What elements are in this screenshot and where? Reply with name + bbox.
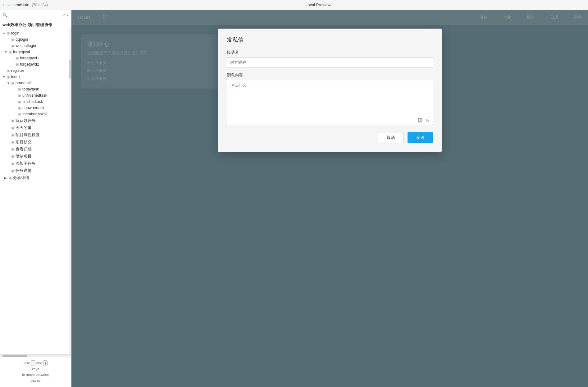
sidebar-item-label: 分享详情 (13, 175, 29, 181)
send-message-modal: 发私信 接受者 消息内容 🖼 ☺ 取消 发送 (218, 29, 442, 152)
page-icon: ▣ (16, 62, 19, 67)
sidebar-item-dairen[interactable]: ▣ 待认领任务 (0, 117, 69, 124)
modal-overlay: 发私信 接受者 消息内容 🖼 ☺ 取消 发送 (71, 10, 588, 387)
folder-icon: ▣ (11, 81, 14, 85)
sidebar-item-label: 添加子任务 (16, 161, 36, 166)
sidebar: 🔍 ‹ › web效率办公-项目管理协作 ▼ ▣ login (0, 10, 71, 387)
sidebar-item-forgetpwd[interactable]: ▼ ▣ forgetpwd (0, 49, 69, 55)
sidebar-item-label: wechatlogin (16, 44, 36, 48)
page-icon: ▣ (18, 87, 21, 91)
sidebar-item-label: index (11, 75, 21, 79)
main-layout: 🔍 ‹ › web效率办公-项目管理协作 ▼ ▣ login (0, 10, 588, 387)
message-textarea[interactable] (227, 80, 433, 125)
page-icon: ▣ (11, 44, 14, 48)
modal-actions: 取消 发送 (227, 132, 433, 143)
sidebar-horizontal-scrollbar[interactable] (0, 354, 71, 357)
modal-toolbar-icons: 🖼 ☺ (418, 118, 430, 123)
sidebar-item-todaytask[interactable]: ▣ todaytask (0, 86, 69, 92)
arrow-icon: ▼ (2, 32, 7, 35)
sidebar-item-renwuxq[interactable]: ▣ 任务详情 (0, 167, 69, 174)
search-icon: 🔍 (2, 13, 7, 17)
arrow-icon: ▼ (4, 50, 9, 54)
folder-icon: ▣ (7, 75, 10, 79)
sidebar-item-label: qqlogin (16, 37, 28, 42)
image-upload-icon[interactable]: 🖼 (418, 118, 423, 123)
arrow-icon: ▼ (7, 81, 11, 85)
sidebar-vertical-scrollbar[interactable] (69, 29, 71, 354)
page-icon: ▣ (18, 100, 21, 104)
sidebar-item-membertasks1[interactable]: ▣ membertasks1 (0, 111, 69, 117)
hint-line3: to move between (22, 373, 49, 376)
sidebar-bottom-hint: Use { and } keys to move between pages (0, 357, 71, 387)
sidebar-scrollbar-thumb (69, 60, 71, 79)
arrow-icon: ▶ (4, 176, 9, 180)
sidebar-item-label: forgetpwd1 (20, 56, 39, 60)
message-label: 消息内容 (227, 72, 433, 78)
cancel-button[interactable]: 取消 (378, 132, 404, 143)
hint-line2: keys (32, 367, 39, 371)
sidebar-item-qqlogin[interactable]: ▣ qqlogin (0, 36, 69, 43)
page-icon: ▣ (18, 106, 21, 110)
nav-next-arrow[interactable]: › (66, 12, 69, 18)
close-button[interactable]: × (2, 3, 5, 7)
recipient-input[interactable] (227, 57, 433, 67)
sidebar-search-bar: 🔍 ‹ › (0, 10, 71, 20)
emoji-icon[interactable]: ☺ (425, 118, 430, 123)
sidebar-item-label: prodetails (16, 81, 32, 85)
sidebar-item-guidan[interactable]: ▣ 查看归档 (0, 146, 69, 153)
hint-and: and (36, 361, 42, 365)
page-icon: ▣ (11, 140, 14, 144)
sidebar-item-fuzhi[interactable]: ▣ 复制项目 (0, 153, 69, 160)
page-icon: ▣ (11, 154, 14, 159)
sidebar-item-forgetpwd2[interactable]: ▣ forgetpwd2 (0, 61, 69, 67)
nav-prev-arrow[interactable]: ‹ (63, 12, 66, 18)
page-icon: ▣ (11, 126, 14, 130)
page-icon: ▣ (16, 56, 19, 60)
page-icon: ▣ (11, 147, 14, 151)
hint-use: Use (24, 361, 30, 365)
sidebar-item-label: 项目移交 (16, 140, 32, 145)
hint-key1: { (31, 360, 35, 366)
sidebar-item-label: forgetpwd2 (20, 62, 39, 67)
sidebar-item-register[interactable]: ▣ register (0, 67, 69, 74)
sidebar-item-label: unfinishedtask (22, 93, 47, 98)
folder-icon: ▣ (9, 176, 12, 180)
sidebar-item-fenxiangxq[interactable]: ▶ ▣ 分享详情 (0, 174, 69, 182)
top-bar: × ≡ sendsixin (78 of 84) Local Preview (0, 0, 588, 10)
sidebar-item-noownertask[interactable]: ▣ noownertask (0, 105, 69, 111)
message-textarea-wrapper: 🖼 ☺ (227, 80, 433, 126)
page-icon: ▣ (11, 119, 14, 123)
sidebar-item-unfinishedtask[interactable]: ▣ unfinishedtask (0, 92, 69, 99)
sidebar-item-wechatlogin[interactable]: ▣ wechatlogin (0, 43, 69, 49)
arrow-icon: ▼ (2, 75, 7, 79)
sidebar-item-forgetpwd1[interactable]: ▣ forgetpwd1 (0, 55, 69, 61)
sidebar-item-label: finishedtask (22, 99, 43, 104)
sidebar-item-login[interactable]: ▼ ▣ login (0, 30, 69, 36)
sidebar-item-xiangmushux[interactable]: ▣ 项目属性设置 (0, 131, 69, 139)
send-button[interactable]: 发送 (408, 132, 433, 143)
hint-key2: } (43, 360, 48, 366)
sidebar-hscroll-thumb (2, 355, 27, 357)
sidebar-item-label: todaytask (22, 87, 39, 91)
sidebar-item-label: forgetpwd (13, 50, 30, 54)
sidebar-item-label: login (11, 31, 19, 35)
sidebar-item-jintian[interactable]: ▣ 今天的事 (0, 124, 69, 131)
sidebar-item-yijiao[interactable]: ▣ 项目移交 (0, 139, 69, 146)
page-icon: ▣ (18, 94, 21, 98)
app-title: sendsixin (12, 2, 29, 7)
sidebar-item-finishedtask[interactable]: ▣ finishedtask (0, 99, 69, 105)
page-icon: ▣ (11, 133, 14, 137)
sidebar-nav-arrows: ‹ › (63, 12, 69, 18)
sidebar-item-label: 今天的事 (16, 125, 32, 131)
sidebar-item-prodetails[interactable]: ▼ ▣ prodetails (0, 80, 69, 86)
hint-line4: pages (31, 379, 40, 382)
modal-title: 发私信 (227, 36, 433, 44)
sidebar-item-tianjiazi[interactable]: ▣ 添加子任务 (0, 160, 69, 167)
sidebar-item-index[interactable]: ▼ ▣ index (0, 74, 69, 80)
content-area: LOGO 部门 项目 企业 我的 日历 消息 通知中心 在全面显示了所有成员的通… (71, 10, 588, 387)
sidebar-item-label: 复制项目 (16, 154, 32, 159)
page-icon: ▣ (11, 38, 14, 42)
sidebar-item-label: 任务详情 (16, 168, 32, 173)
sidebar-item-label: 查看归档 (16, 147, 32, 152)
sidebar-item-label: noownertask (22, 106, 44, 110)
